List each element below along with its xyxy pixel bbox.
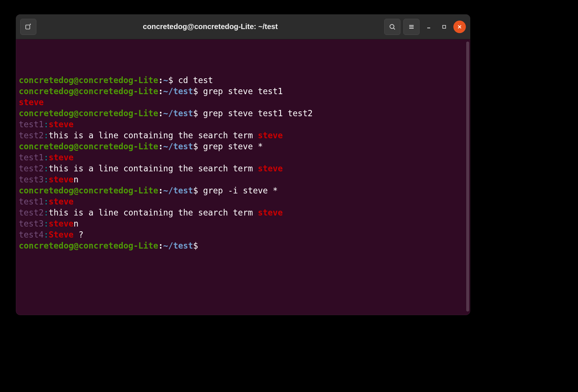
maximize-button[interactable] xyxy=(438,21,450,33)
output-segment: steve xyxy=(49,120,74,129)
command-text: cd test xyxy=(178,75,213,85)
command-text: grep steve test1 xyxy=(203,86,283,96)
prompt-path: ~/test xyxy=(163,86,193,96)
prompt-line: concretedog@concretedog-Lite:~/test$ gre… xyxy=(19,185,467,196)
output-segment: this is a line containing the search ter… xyxy=(49,131,258,140)
output-line: test1:steve xyxy=(19,119,467,130)
terminal-body[interactable]: concretedog@concretedog-Lite:~$ cd testc… xyxy=(16,39,470,315)
titlebar-trailing xyxy=(384,19,466,35)
output-line: test4:Steve ? xyxy=(19,229,467,240)
prompt-dollar: $ xyxy=(193,142,203,151)
prompt-path: ~/test xyxy=(163,241,193,250)
prompt-user: concretedog@concretedog-Lite xyxy=(19,75,158,85)
search-button[interactable] xyxy=(384,19,400,35)
prompt-sep: : xyxy=(158,241,163,250)
output-line: test2:this is a line containing the sear… xyxy=(19,130,467,141)
command-text: grep steve test1 test2 xyxy=(203,108,313,118)
window-title: concretedog@concretedog-Lite: ~/test xyxy=(39,22,381,31)
output-segment: : xyxy=(44,131,49,140)
prompt-sep: : xyxy=(158,142,163,151)
output-segment: test1 xyxy=(19,153,44,162)
close-button[interactable] xyxy=(453,21,466,33)
output-line: test1:steve xyxy=(19,152,467,163)
output-segment: test2 xyxy=(19,208,44,217)
prompt-line: concretedog@concretedog-Lite:~$ cd test xyxy=(19,75,467,86)
command-text: grep steve * xyxy=(203,142,263,151)
prompt-line: concretedog@concretedog-Lite:~/test$ gre… xyxy=(19,86,467,97)
output-segment: steve xyxy=(258,164,283,173)
prompt-dollar: $ xyxy=(193,186,203,195)
prompt-user: concretedog@concretedog-Lite xyxy=(19,86,158,96)
command-text: grep -i steve * xyxy=(203,186,278,195)
output-segment: test3 xyxy=(19,219,44,228)
output-segment: steve xyxy=(49,153,74,162)
output-segment: n xyxy=(74,219,79,228)
prompt-user: concretedog@concretedog-Lite xyxy=(19,186,158,195)
svg-point-1 xyxy=(390,24,394,28)
prompt-path: ~ xyxy=(163,75,168,85)
output-segment: : xyxy=(44,230,49,239)
titlebar: concretedog@concretedog-Lite: ~/test xyxy=(16,14,470,39)
prompt-sep: : xyxy=(158,108,163,118)
scrollbar[interactable] xyxy=(466,42,469,311)
output-segment: test1 xyxy=(19,120,44,129)
output-segment: this is a line containing the search ter… xyxy=(49,208,258,217)
output-line: test3:steven xyxy=(19,174,467,185)
output-segment: test4 xyxy=(19,230,44,239)
prompt-line: concretedog@concretedog-Lite:~/test$ gre… xyxy=(19,141,467,152)
output-line: test1:steve xyxy=(19,196,467,207)
prompt-user: concretedog@concretedog-Lite xyxy=(19,108,158,118)
output-segment: : xyxy=(44,153,49,162)
menu-button[interactable] xyxy=(403,19,420,35)
output-line: test2:this is a line containing the sear… xyxy=(19,207,467,218)
output-segment: test2 xyxy=(19,131,44,140)
prompt-sep: : xyxy=(158,75,163,85)
svg-rect-2 xyxy=(443,25,446,28)
prompt-path: ~/test xyxy=(163,186,193,195)
prompt-dollar: $ xyxy=(168,75,178,85)
output-segment: : xyxy=(44,175,49,184)
prompt-dollar: $ xyxy=(193,108,203,118)
output-line: steve xyxy=(19,97,467,108)
output-segment: steve xyxy=(19,97,44,107)
prompt-line: concretedog@concretedog-Lite:~/test$ gre… xyxy=(19,108,467,119)
output-segment: steve xyxy=(49,197,74,206)
output-segment: Steve xyxy=(49,230,74,239)
output-segment: : xyxy=(44,208,49,217)
output-segment: test1 xyxy=(19,197,44,206)
prompt-line: concretedog@concretedog-Lite:~/test$ xyxy=(19,240,467,251)
output-segment: test3 xyxy=(19,175,44,184)
output-segment: : xyxy=(44,219,49,228)
output-segment: ? xyxy=(74,230,83,239)
output-segment: steve xyxy=(258,208,283,217)
output-segment: n xyxy=(74,175,79,184)
output-segment: this is a line containing the search ter… xyxy=(49,164,258,173)
prompt-path: ~/test xyxy=(163,142,193,151)
output-line: test3:steven xyxy=(19,218,467,229)
prompt-dollar: $ xyxy=(193,241,203,250)
output-segment: steve xyxy=(258,131,283,140)
prompt-user: concretedog@concretedog-Lite xyxy=(19,241,158,250)
new-tab-button[interactable] xyxy=(20,19,36,35)
prompt-path: ~/test xyxy=(163,108,193,118)
prompt-sep: : xyxy=(158,186,163,195)
terminal-window: concretedog@concretedog-Lite: ~/test xyxy=(16,14,470,315)
output-segment: : xyxy=(44,120,49,129)
output-line: test2:this is a line containing the sear… xyxy=(19,163,467,174)
output-segment: steve xyxy=(49,175,74,184)
output-segment: : xyxy=(44,164,49,173)
output-segment: steve xyxy=(49,219,74,228)
minimize-button[interactable] xyxy=(422,21,435,33)
prompt-dollar: $ xyxy=(193,86,203,96)
prompt-sep: : xyxy=(158,86,163,96)
svg-rect-0 xyxy=(26,25,30,29)
output-segment: : xyxy=(44,197,49,206)
output-segment: test2 xyxy=(19,164,44,173)
prompt-user: concretedog@concretedog-Lite xyxy=(19,142,158,151)
